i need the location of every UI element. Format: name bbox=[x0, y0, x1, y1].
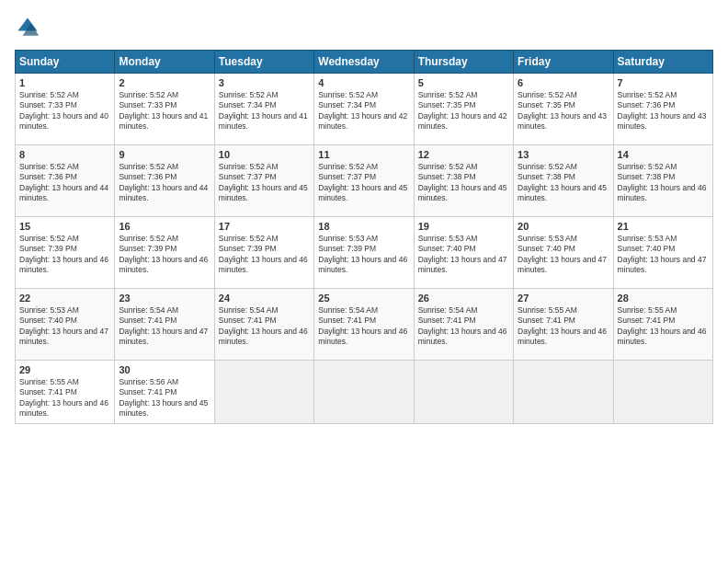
calendar-cell: 7 Sunrise: 5:52 AMSunset: 7:36 PMDayligh… bbox=[613, 74, 712, 145]
col-header-wednesday: Wednesday bbox=[314, 51, 414, 74]
calendar-cell: 21 Sunrise: 5:53 AMSunset: 7:40 PMDaylig… bbox=[613, 217, 712, 289]
day-info: Sunrise: 5:52 AMSunset: 7:39 PMDaylight:… bbox=[19, 234, 108, 274]
col-header-tuesday: Tuesday bbox=[214, 51, 313, 74]
day-info: Sunrise: 5:52 AMSunset: 7:37 PMDaylight:… bbox=[318, 162, 407, 202]
calendar-cell: 20 Sunrise: 5:53 AMSunset: 7:40 PMDaylig… bbox=[514, 217, 613, 289]
week-row-4: 22 Sunrise: 5:53 AMSunset: 7:40 PMDaylig… bbox=[16, 289, 713, 361]
calendar-cell: 2 Sunrise: 5:52 AMSunset: 7:33 PMDayligh… bbox=[115, 74, 214, 145]
calendar-cell: 22 Sunrise: 5:53 AMSunset: 7:40 PMDaylig… bbox=[16, 289, 115, 361]
calendar-cell: 5 Sunrise: 5:52 AMSunset: 7:35 PMDayligh… bbox=[414, 74, 513, 145]
day-number: 1 bbox=[19, 77, 110, 88]
col-header-sunday: Sunday bbox=[16, 51, 115, 74]
day-info: Sunrise: 5:52 AMSunset: 7:39 PMDaylight:… bbox=[119, 234, 208, 274]
day-number: 30 bbox=[119, 364, 210, 375]
calendar-cell: 1 Sunrise: 5:52 AMSunset: 7:33 PMDayligh… bbox=[16, 74, 115, 145]
calendar-cell: 29 Sunrise: 5:55 AMSunset: 7:41 PMDaylig… bbox=[16, 361, 115, 424]
col-header-monday: Monday bbox=[115, 51, 214, 74]
week-row-2: 8 Sunrise: 5:52 AMSunset: 7:36 PMDayligh… bbox=[16, 145, 713, 217]
week-row-3: 15 Sunrise: 5:52 AMSunset: 7:39 PMDaylig… bbox=[16, 217, 713, 289]
day-info: Sunrise: 5:52 AMSunset: 7:36 PMDaylight:… bbox=[19, 162, 108, 202]
day-info: Sunrise: 5:52 AMSunset: 7:36 PMDaylight:… bbox=[618, 90, 707, 131]
day-number: 29 bbox=[19, 364, 110, 375]
day-info: Sunrise: 5:55 AMSunset: 7:41 PMDaylight:… bbox=[618, 305, 707, 346]
day-number: 19 bbox=[418, 221, 509, 232]
day-info: Sunrise: 5:52 AMSunset: 7:33 PMDaylight:… bbox=[119, 90, 208, 131]
day-number: 2 bbox=[119, 77, 210, 88]
calendar-cell: 24 Sunrise: 5:54 AMSunset: 7:41 PMDaylig… bbox=[214, 289, 313, 361]
calendar-cell: 6 Sunrise: 5:52 AMSunset: 7:35 PMDayligh… bbox=[514, 74, 613, 145]
calendar-cell: 18 Sunrise: 5:53 AMSunset: 7:39 PMDaylig… bbox=[314, 217, 414, 289]
calendar-cell: 28 Sunrise: 5:55 AMSunset: 7:41 PMDaylig… bbox=[613, 289, 712, 361]
day-info: Sunrise: 5:53 AMSunset: 7:40 PMDaylight:… bbox=[418, 234, 507, 274]
logo bbox=[15, 15, 44, 40]
day-info: Sunrise: 5:55 AMSunset: 7:41 PMDaylight:… bbox=[19, 377, 108, 418]
week-row-1: 1 Sunrise: 5:52 AMSunset: 7:33 PMDayligh… bbox=[16, 74, 713, 145]
day-number: 28 bbox=[618, 293, 709, 304]
day-number: 12 bbox=[418, 149, 509, 160]
day-number: 14 bbox=[618, 149, 709, 160]
day-number: 23 bbox=[119, 293, 210, 304]
calendar-cell: 26 Sunrise: 5:54 AMSunset: 7:41 PMDaylig… bbox=[414, 289, 513, 361]
day-number: 5 bbox=[418, 77, 509, 88]
day-info: Sunrise: 5:53 AMSunset: 7:40 PMDaylight:… bbox=[618, 234, 707, 274]
day-info: Sunrise: 5:52 AMSunset: 7:38 PMDaylight:… bbox=[418, 162, 507, 202]
day-info: Sunrise: 5:52 AMSunset: 7:35 PMDaylight:… bbox=[418, 90, 507, 131]
day-info: Sunrise: 5:53 AMSunset: 7:40 PMDaylight:… bbox=[518, 234, 607, 274]
calendar-cell: 11 Sunrise: 5:52 AMSunset: 7:37 PMDaylig… bbox=[314, 145, 414, 217]
calendar-cell: 8 Sunrise: 5:52 AMSunset: 7:36 PMDayligh… bbox=[16, 145, 115, 217]
day-info: Sunrise: 5:54 AMSunset: 7:41 PMDaylight:… bbox=[418, 305, 507, 346]
day-number: 13 bbox=[518, 149, 609, 160]
week-row-5: 29 Sunrise: 5:55 AMSunset: 7:41 PMDaylig… bbox=[16, 361, 713, 424]
calendar-table: SundayMondayTuesdayWednesdayThursdayFrid… bbox=[15, 50, 713, 424]
day-info: Sunrise: 5:56 AMSunset: 7:41 PMDaylight:… bbox=[119, 377, 208, 418]
day-info: Sunrise: 5:52 AMSunset: 7:38 PMDaylight:… bbox=[618, 162, 707, 202]
calendar-cell: 19 Sunrise: 5:53 AMSunset: 7:40 PMDaylig… bbox=[414, 217, 513, 289]
day-info: Sunrise: 5:54 AMSunset: 7:41 PMDaylight:… bbox=[119, 305, 208, 346]
col-header-thursday: Thursday bbox=[414, 51, 513, 74]
day-number: 27 bbox=[518, 293, 609, 304]
calendar-cell: 30 Sunrise: 5:56 AMSunset: 7:41 PMDaylig… bbox=[115, 361, 214, 424]
calendar-cell: 13 Sunrise: 5:52 AMSunset: 7:38 PMDaylig… bbox=[514, 145, 613, 217]
day-number: 3 bbox=[219, 77, 310, 88]
day-info: Sunrise: 5:52 AMSunset: 7:35 PMDaylight:… bbox=[518, 90, 607, 131]
day-number: 24 bbox=[219, 293, 310, 304]
page: SundayMondayTuesdayWednesdayThursdayFrid… bbox=[0, 0, 728, 563]
day-number: 18 bbox=[318, 221, 409, 232]
day-number: 15 bbox=[19, 221, 110, 232]
day-info: Sunrise: 5:52 AMSunset: 7:39 PMDaylight:… bbox=[219, 234, 308, 274]
day-info: Sunrise: 5:54 AMSunset: 7:41 PMDaylight:… bbox=[318, 305, 407, 346]
day-number: 4 bbox=[318, 77, 409, 88]
day-number: 25 bbox=[318, 293, 409, 304]
day-number: 11 bbox=[318, 149, 409, 160]
calendar-cell: 12 Sunrise: 5:52 AMSunset: 7:38 PMDaylig… bbox=[414, 145, 513, 217]
day-info: Sunrise: 5:55 AMSunset: 7:41 PMDaylight:… bbox=[518, 305, 607, 346]
day-number: 9 bbox=[119, 149, 210, 160]
header-row: SundayMondayTuesdayWednesdayThursdayFrid… bbox=[16, 51, 713, 74]
col-header-friday: Friday bbox=[514, 51, 613, 74]
calendar-cell: 15 Sunrise: 5:52 AMSunset: 7:39 PMDaylig… bbox=[16, 217, 115, 289]
calendar-cell: 14 Sunrise: 5:52 AMSunset: 7:38 PMDaylig… bbox=[613, 145, 712, 217]
calendar-cell: 3 Sunrise: 5:52 AMSunset: 7:34 PMDayligh… bbox=[214, 74, 313, 145]
day-info: Sunrise: 5:53 AMSunset: 7:40 PMDaylight:… bbox=[19, 305, 108, 346]
day-number: 26 bbox=[418, 293, 509, 304]
day-info: Sunrise: 5:53 AMSunset: 7:39 PMDaylight:… bbox=[318, 234, 407, 274]
day-number: 10 bbox=[219, 149, 310, 160]
calendar-cell: 23 Sunrise: 5:54 AMSunset: 7:41 PMDaylig… bbox=[115, 289, 214, 361]
col-header-saturday: Saturday bbox=[613, 51, 712, 74]
day-info: Sunrise: 5:52 AMSunset: 7:37 PMDaylight:… bbox=[219, 162, 308, 202]
day-info: Sunrise: 5:52 AMSunset: 7:34 PMDaylight:… bbox=[318, 90, 407, 131]
day-number: 17 bbox=[219, 221, 310, 232]
calendar-cell bbox=[214, 361, 313, 424]
calendar-cell: 10 Sunrise: 5:52 AMSunset: 7:37 PMDaylig… bbox=[214, 145, 313, 217]
day-number: 6 bbox=[518, 77, 609, 88]
day-number: 22 bbox=[19, 293, 110, 304]
header bbox=[15, 15, 713, 40]
calendar-cell bbox=[613, 361, 712, 424]
calendar-cell: 25 Sunrise: 5:54 AMSunset: 7:41 PMDaylig… bbox=[314, 289, 414, 361]
day-info: Sunrise: 5:54 AMSunset: 7:41 PMDaylight:… bbox=[219, 305, 308, 346]
calendar-cell bbox=[314, 361, 414, 424]
day-number: 8 bbox=[19, 149, 110, 160]
day-number: 7 bbox=[618, 77, 709, 88]
calendar-cell bbox=[414, 361, 513, 424]
calendar-cell: 9 Sunrise: 5:52 AMSunset: 7:36 PMDayligh… bbox=[115, 145, 214, 217]
